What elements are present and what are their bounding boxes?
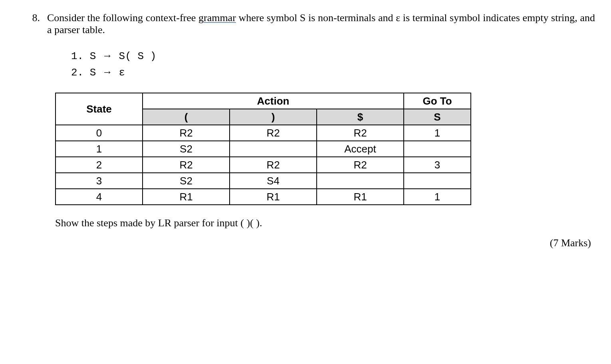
grammar-rules: 1. S → S( S ) 2. S → ε <box>71 48 595 81</box>
cell-rparen: S4 <box>230 173 317 189</box>
question-number: 8. <box>20 12 47 24</box>
header-goto: Go To <box>404 93 471 109</box>
subheader-rparen: ) <box>230 109 317 125</box>
question-block: 8. Consider the following context-free g… <box>20 12 595 249</box>
grammar-line1-prefix: 1. S <box>71 50 102 62</box>
cell-state: 1 <box>56 141 143 157</box>
question-text-part1: Consider the following context-free <box>47 12 198 24</box>
cell-S <box>404 173 471 189</box>
cell-state: 2 <box>56 157 143 173</box>
cell-rparen: R2 <box>230 125 317 141</box>
grammar-line1-rhs: S( S ) <box>113 50 156 62</box>
cell-state: 4 <box>56 189 143 205</box>
cell-dollar: R2 <box>317 125 404 141</box>
cell-dollar: R1 <box>317 189 404 205</box>
table-row: 1 S2 Accept <box>56 141 471 157</box>
table-row: 0 R2 R2 R2 1 <box>56 125 471 141</box>
cell-rparen <box>230 141 317 157</box>
arrow-icon: → <box>102 50 113 61</box>
cell-dollar <box>317 173 404 189</box>
instruction-text: Show the steps made by LR parser for inp… <box>55 217 595 229</box>
cell-lparen: R2 <box>143 157 230 173</box>
cell-rparen: R1 <box>230 189 317 205</box>
grammar-line-2: 2. S → ε <box>71 64 595 81</box>
table-row: 4 R1 R1 R1 1 <box>56 189 471 205</box>
cell-rparen: R2 <box>230 157 317 173</box>
subheader-S: S <box>404 109 471 125</box>
table-row: 2 R2 R2 R2 3 <box>56 157 471 173</box>
marks-text: (7 Marks) <box>47 237 595 249</box>
subheader-dollar: $ <box>317 109 404 125</box>
cell-dollar: Accept <box>317 141 404 157</box>
cell-S <box>404 141 471 157</box>
cell-dollar: R2 <box>317 157 404 173</box>
table-row: 3 S2 S4 <box>56 173 471 189</box>
cell-lparen: R2 <box>143 125 230 141</box>
cell-S: 3 <box>404 157 471 173</box>
grammar-line2-prefix: 2. S <box>71 67 102 79</box>
header-state: State <box>56 93 143 125</box>
cell-S: 1 <box>404 125 471 141</box>
cell-S: 1 <box>404 189 471 205</box>
subheader-lparen: ( <box>143 109 230 125</box>
cell-lparen: S2 <box>143 141 230 157</box>
question-body: Consider the following context-free gram… <box>47 12 595 249</box>
header-action: Action <box>143 93 404 109</box>
cell-state: 3 <box>56 173 143 189</box>
parser-table: State Action Go To ( ) $ S 0 R2 R2 R2 1 … <box>55 93 471 205</box>
grammar-line-1: 1. S → S( S ) <box>71 48 595 64</box>
cell-state: 0 <box>56 125 143 141</box>
question-underlined-word: grammar <box>198 12 236 24</box>
cell-lparen: S2 <box>143 173 230 189</box>
arrow-icon: → <box>102 66 113 78</box>
table-header-row-1: State Action Go To <box>56 93 471 109</box>
cell-lparen: R1 <box>143 189 230 205</box>
grammar-line2-rhs: ε <box>113 67 125 79</box>
